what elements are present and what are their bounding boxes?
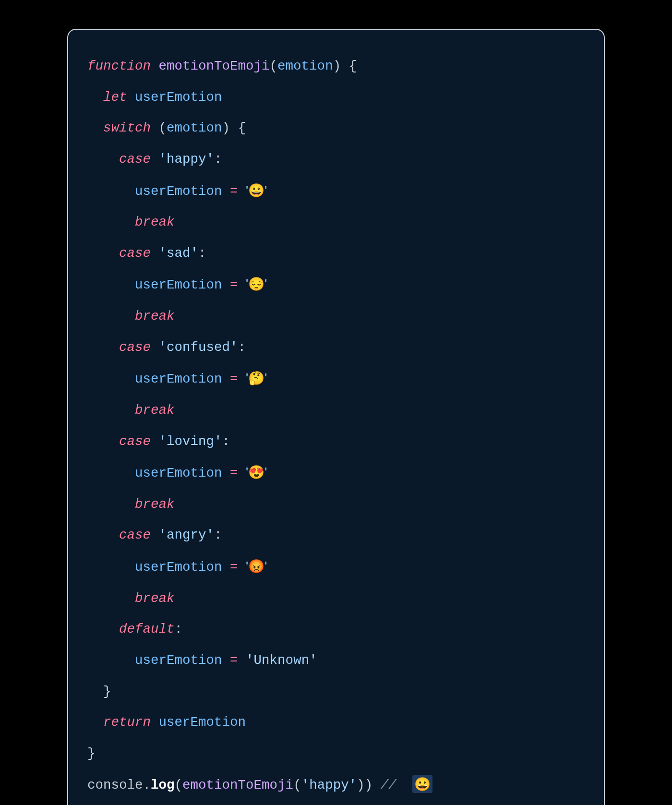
operator-assign: = — [230, 653, 238, 668]
keyword-let: let — [103, 90, 127, 105]
paren-close: ) — [333, 59, 341, 73]
keyword-case: case — [119, 246, 151, 261]
case-label-happy: 'happy' — [159, 152, 215, 167]
var-userEmotion: userEmotion — [135, 184, 222, 199]
operator-assign: = — [230, 466, 238, 481]
operator-assign: = — [230, 372, 238, 386]
colon: : — [222, 434, 230, 449]
paren-open: ( — [270, 59, 278, 73]
paren-open: ( — [175, 778, 183, 793]
return-var: userEmotion — [159, 715, 246, 730]
call-arg: 'happy' — [301, 778, 357, 793]
paren-open: ( — [159, 120, 167, 135]
keyword-case: case — [119, 340, 151, 355]
object-console: console — [87, 778, 143, 793]
var-userEmotion: userEmotion — [135, 372, 222, 386]
case-label-angry: 'angry' — [159, 528, 215, 542]
var-userEmotion: userEmotion — [135, 560, 222, 575]
brace-close: } — [87, 746, 96, 761]
keyword-return: return — [103, 715, 151, 730]
colon: : — [238, 340, 246, 355]
var-userEmotion: userEmotion — [135, 653, 222, 668]
keyword-switch: switch — [103, 120, 151, 135]
brace-open: { — [349, 59, 357, 73]
switch-expr: emotion — [167, 120, 222, 135]
keyword-case: case — [119, 528, 151, 542]
call-fn: emotionToEmoji — [182, 778, 293, 793]
operator-assign: = — [230, 184, 238, 199]
operator-assign: = — [230, 560, 238, 575]
dot: . — [143, 778, 151, 793]
keyword-break: break — [135, 403, 175, 418]
keyword-break: break — [135, 497, 175, 512]
method-log: log — [151, 778, 175, 793]
colon: : — [214, 152, 222, 167]
colon: : — [175, 622, 183, 637]
var-userEmotion: userEmotion — [135, 466, 222, 481]
paren-close: ) — [222, 120, 230, 135]
output-emoji: 😀 — [412, 775, 432, 793]
function-name: emotionToEmoji — [159, 59, 270, 73]
param-emotion: emotion — [277, 59, 333, 73]
var-userEmotion: userEmotion — [135, 277, 222, 292]
keyword-default: default — [119, 622, 175, 637]
brace-open: { — [238, 120, 246, 135]
code-panel: function emotionToEmoji(emotion) { let u… — [67, 29, 605, 805]
string-emoji-loving: '😍' — [246, 464, 267, 480]
string-emoji-happy: '😀' — [246, 182, 267, 198]
keyword-case: case — [119, 434, 151, 449]
string-emoji-sad: '😔' — [246, 276, 267, 292]
string-unknown: 'Unknown' — [246, 653, 317, 668]
paren-open: ( — [293, 778, 301, 793]
keyword-function: function — [87, 59, 151, 73]
keyword-break: break — [135, 591, 175, 606]
colon: : — [214, 528, 222, 542]
keyword-break: break — [135, 309, 175, 324]
keyword-case: case — [119, 152, 151, 167]
brace-close: } — [103, 684, 111, 699]
case-label-loving: 'loving' — [159, 434, 222, 449]
paren-close: )) — [357, 778, 372, 793]
comment-slashes: // — [381, 778, 396, 793]
colon: : — [198, 246, 206, 261]
string-emoji-confused: '🤔' — [246, 370, 267, 386]
var-userEmotion: userEmotion — [135, 90, 222, 105]
keyword-break: break — [135, 215, 175, 229]
string-emoji-angry: '😡' — [246, 558, 267, 574]
code-block: function emotionToEmoji(emotion) { let u… — [87, 51, 585, 801]
case-label-sad: 'sad' — [159, 246, 199, 261]
operator-assign: = — [230, 277, 238, 292]
case-label-confused: 'confused' — [159, 340, 238, 355]
